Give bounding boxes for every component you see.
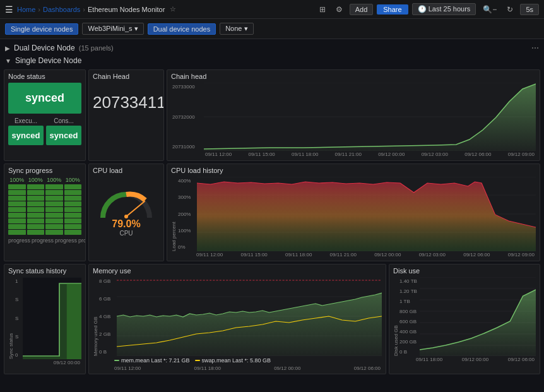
- dual-device-row-header[interactable]: ▶ Dual Device Node (15 panels) ⋯: [4, 42, 540, 54]
- disk-x-labels: 09/11 18:00 09/12 00:00 09/12 06:00: [393, 357, 536, 362]
- memory-x-labels: 09/11 12:00 09/11 18:00 09/12 00:00 09/1…: [93, 365, 382, 371]
- progress-col-2: [27, 184, 45, 235]
- memory-legend: mem.mean Last *: 7.21 GB swap.mean Last …: [93, 356, 382, 365]
- cpu-history-panel: CPU load history Load percent 400% 300% …: [167, 163, 540, 261]
- gauge-svg: [98, 186, 155, 221]
- breadcrumb-sep1: ›: [38, 6, 40, 13]
- sync-y-labels: 1 S S S 0: [15, 277, 23, 359]
- cpu-x-labels: 09/11 12:00 09/11 15:00 09/11 18:00 09/1…: [171, 252, 536, 258]
- progress-bar-labels: progress progress progress progress: [8, 237, 81, 244]
- chain-head-value: 20733411: [93, 93, 160, 112]
- hamburger-icon[interactable]: ☰: [5, 4, 13, 15]
- panels-row-2: Sync progress 100% 100% 100% 100%: [4, 163, 540, 261]
- chevron-down-icon: ▼: [5, 57, 11, 64]
- chain-head-title: Chain Head: [93, 73, 160, 80]
- chain-head-panel: Chain Head 20733411: [88, 69, 164, 161]
- refresh-icon-btn[interactable]: ↻: [504, 4, 516, 15]
- disk-title: Disk use: [393, 267, 536, 275]
- sync-x-labels: 09/12 00:00: [8, 360, 81, 365]
- chevron-right-icon: ▶: [5, 45, 10, 52]
- svg-rect-16: [67, 283, 81, 359]
- svg-marker-3: [204, 84, 536, 151]
- clock-icon: 🕐: [418, 5, 427, 13]
- add-button[interactable]: Add: [350, 4, 374, 15]
- cpu-load-panel: CPU load 79.0% CPU: [88, 163, 164, 261]
- progress-labels: 100% 100% 100% 100%: [8, 177, 81, 183]
- settings-icon-btn[interactable]: ⚙: [333, 4, 346, 15]
- cpu-history-svg: [197, 177, 536, 251]
- sync-progress-panel: Sync progress 100% 100% 100% 100%: [4, 163, 86, 261]
- gauge-label: CPU: [119, 230, 133, 237]
- chain-head-y-labels: 20733000 20732000 20731000: [171, 83, 204, 151]
- cons-col: Cons... synced: [46, 117, 81, 145]
- exec-label: Execu...: [8, 117, 44, 124]
- zoom-out-btn[interactable]: 🔍−: [480, 4, 500, 15]
- disk-y-axis-label: Disk used GB: [393, 277, 399, 356]
- memory-y-labels: 8 GB 6 GB 4 GB 2 GB 0 B: [99, 277, 117, 356]
- disk-svg: [420, 277, 536, 356]
- filterbar: Single device nodes Web3PiMini_s ▾ Dual …: [0, 19, 544, 39]
- progress-col-1: [8, 184, 26, 235]
- dashboard: ▶ Dual Device Node (15 panels) ⋯ ▼ Singl…: [0, 39, 544, 379]
- refresh-interval-btn[interactable]: 5s: [520, 4, 539, 15]
- progress-bars: [8, 184, 81, 235]
- sync-progress-title: Sync progress: [8, 167, 81, 174]
- share-button[interactable]: Share: [377, 4, 408, 15]
- memory-y-axis-label: Memory used GB: [93, 277, 98, 356]
- apps-icon-btn[interactable]: ⊞: [316, 4, 329, 15]
- swap-legend-dot: [195, 360, 200, 361]
- disk-y-labels: 1.40 TB 1.20 TB 1 TB 800 GB 600 GB 400 G…: [399, 277, 420, 356]
- svg-marker-11: [197, 182, 536, 251]
- breadcrumb: Home › Dashboards › Ethereum Nodes Monit…: [17, 5, 312, 13]
- memory-title: Memory use: [93, 267, 382, 275]
- gauge-container: 79.0% CPU: [93, 177, 160, 246]
- svg-marker-22: [117, 293, 382, 356]
- dual-device-filter[interactable]: Dual device nodes: [148, 23, 216, 35]
- panels-row-3: Sync status history Sync status 1 S S S …: [4, 264, 540, 374]
- chain-head-chart-panel: Chain head 20733000 20732000 20731000: [167, 69, 540, 161]
- mem-legend-item: mem.mean Last *: 7.21 GB: [114, 357, 190, 364]
- sync-y-axis-label: Sync status: [8, 277, 14, 359]
- cpu-history-title: CPU load history: [171, 167, 536, 174]
- none-select[interactable]: None ▾: [220, 23, 253, 35]
- memory-panel: Memory use Memory used GB 8 GB 6 GB 4 GB…: [88, 264, 386, 374]
- disk-panel: Disk use Disk used GB 1.40 TB 1.20 TB 1 …: [389, 264, 540, 374]
- cpu-y-axis-label: Load percent: [171, 177, 177, 251]
- home-link[interactable]: Home: [17, 6, 35, 13]
- exec-col: Execu... synced: [8, 117, 44, 145]
- page-title: Ethereum Nodes Monitor: [88, 6, 165, 13]
- progress-col-4: [64, 184, 82, 235]
- main-status-box: synced: [8, 83, 81, 114]
- chain-head-svg: [204, 83, 536, 151]
- memory-svg: [117, 277, 382, 356]
- star-icon[interactable]: ☆: [170, 5, 176, 13]
- cons-status: synced: [46, 126, 81, 145]
- panels-count: (15 panels): [79, 44, 114, 52]
- single-device-label: Single Device Node: [15, 56, 81, 65]
- node-status-panel: Node status synced Execu... synced Cons.…: [4, 69, 86, 161]
- chain-head-chart-title: Chain head: [171, 73, 536, 80]
- dashboards-link[interactable]: Dashboards: [43, 6, 80, 13]
- cons-label: Cons...: [46, 117, 81, 124]
- exec-status: synced: [8, 126, 44, 145]
- cpu-y-labels: 400% 300% 200% 100% 0%: [178, 177, 197, 251]
- mem-legend-dot: [114, 360, 119, 361]
- time-range-button[interactable]: 🕐 Last 25 hours: [412, 3, 476, 15]
- swap-legend-item: swap.mean Last *: 5.80 GB: [195, 357, 271, 364]
- sync-history-svg: [23, 277, 81, 359]
- topbar: ☰ Home › Dashboards › Ethereum Nodes Mon…: [0, 0, 544, 19]
- node-status-title: Node status: [8, 73, 81, 80]
- gauge-value: 79.0%: [112, 218, 140, 230]
- swap-legend-label: swap.mean Last *: 5.80 GB: [202, 357, 271, 364]
- row-menu-icon[interactable]: ⋯: [531, 44, 539, 52]
- mem-legend-label: mem.mean Last *: 7.21 GB: [121, 357, 190, 364]
- single-device-row-header[interactable]: ▼ Single Device Node: [4, 54, 540, 67]
- panels-row-1: Node status synced Execu... synced Cons.…: [4, 69, 540, 161]
- breadcrumb-sep2: ›: [83, 6, 85, 13]
- single-device-filter[interactable]: Single device nodes: [5, 23, 78, 35]
- time-range-label: Last 25 hours: [429, 5, 471, 13]
- sync-history-title: Sync status history: [8, 267, 81, 275]
- web3-select[interactable]: Web3PiMini_s ▾: [82, 23, 143, 35]
- svg-line-4: [126, 201, 145, 217]
- progress-col-3: [45, 184, 63, 235]
